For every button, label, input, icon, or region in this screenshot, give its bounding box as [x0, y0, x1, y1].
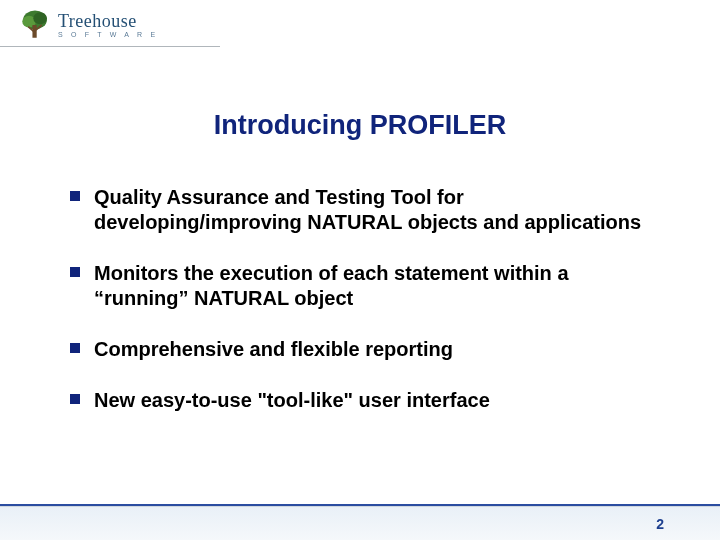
bullet-text: Comprehensive and flexible reporting: [94, 337, 453, 362]
list-item: New easy-to-use "tool-like" user interfa…: [70, 388, 660, 413]
bullet-text: Quality Assurance and Testing Tool for d…: [94, 185, 660, 235]
square-bullet-icon: [70, 343, 80, 353]
footer-band: [0, 506, 720, 540]
company-logo: Treehouse S O F T W A R E: [18, 8, 158, 42]
logo-brand: Treehouse: [58, 12, 158, 30]
square-bullet-icon: [70, 267, 80, 277]
square-bullet-icon: [70, 394, 80, 404]
logo-divider: [0, 46, 220, 47]
slide-title: Introducing PROFILER: [0, 110, 720, 141]
list-item: Monitors the execution of each statement…: [70, 261, 660, 311]
list-item: Quality Assurance and Testing Tool for d…: [70, 185, 660, 235]
logo-subline: S O F T W A R E: [58, 31, 158, 38]
list-item: Comprehensive and flexible reporting: [70, 337, 660, 362]
tree-icon: [18, 8, 52, 42]
page-number: 2: [656, 516, 664, 532]
bullet-text: Monitors the execution of each statement…: [94, 261, 660, 311]
svg-point-2: [33, 12, 47, 24]
bullet-text: New easy-to-use "tool-like" user interfa…: [94, 388, 490, 413]
square-bullet-icon: [70, 191, 80, 201]
bullet-list: Quality Assurance and Testing Tool for d…: [70, 185, 660, 439]
logo-text: Treehouse S O F T W A R E: [58, 12, 158, 38]
